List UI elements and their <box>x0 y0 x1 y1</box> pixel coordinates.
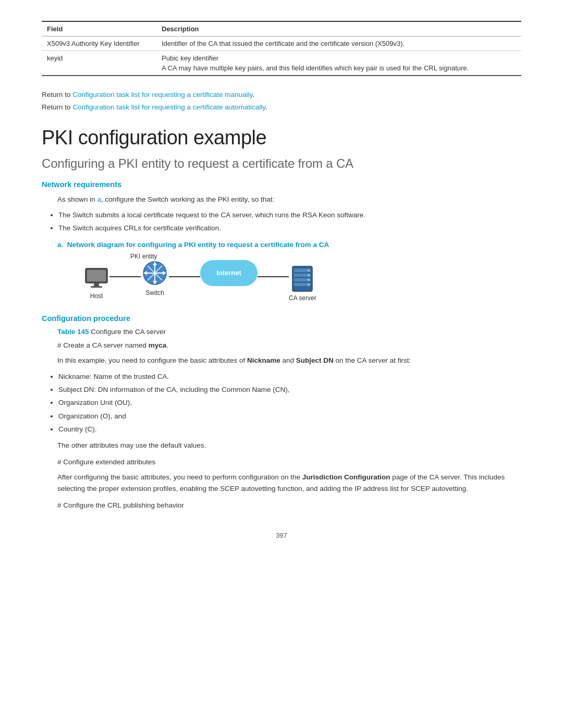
host-icon <box>83 267 109 290</box>
network-requirements-heading: Network requirements <box>42 180 521 189</box>
field-keyid: keyid <box>42 51 156 76</box>
table-col2-header: Description <box>156 21 521 36</box>
switch-icon <box>141 259 169 287</box>
table-row-1: X509v3 Authority Key Identifier Identifi… <box>42 36 521 51</box>
config-procedure-heading: Configuration procedure <box>42 314 521 323</box>
step2-line: # Configure extended attributes <box>57 456 521 468</box>
diagram-heading-text: Network diagram for configuring a PKI en… <box>67 241 329 249</box>
after-basic-text: After configuring the basic attributes, … <box>57 473 302 481</box>
field-x509: X509v3 Authority Key Identifier <box>42 36 156 51</box>
default-values: The other attributes may use the default… <box>57 440 521 451</box>
svg-rect-1 <box>87 270 106 281</box>
return-links: Return to Configuration task list for re… <box>42 89 521 114</box>
svg-point-20 <box>308 279 310 281</box>
step1-bold: myca <box>149 341 167 349</box>
table145-prefix: Table 145 <box>57 328 89 336</box>
and-text: and <box>280 356 296 364</box>
svg-point-18 <box>308 269 310 272</box>
bold-jurisdiction: Jurisdiction Configuration <box>302 473 390 481</box>
step3-line: # Configure the CRL publishing behavior <box>57 500 521 511</box>
bullet-1: The Switch submits a local certificate r… <box>58 210 521 220</box>
return-link-2: Return to Configuration task list for re… <box>42 101 521 114</box>
return-link-1-prefix: Return to <box>42 91 72 98</box>
desc-keyid: Pubic key identifier A CA may have multi… <box>156 51 521 76</box>
connector-3 <box>258 276 289 277</box>
return-link-2-prefix: Return to <box>42 103 72 111</box>
config-bullet-2: Subject DN: DN information of the CA, in… <box>58 385 521 395</box>
bold-nickname: Nickname <box>247 356 280 364</box>
bold-subject-dn: Subject DN <box>296 356 334 364</box>
table-col1-header: Field <box>42 21 156 36</box>
connector-2 <box>169 276 200 277</box>
network-diagram-container: PKI entity Host <box>73 253 521 302</box>
intro-rest: , configure the Switch working as the PK… <box>101 195 274 203</box>
pki-entity-label-row: PKI entity <box>125 253 521 260</box>
rest-paragraph: on the CA server at first: <box>334 356 411 364</box>
return-link-1: Return to Configuration task list for re… <box>42 89 521 101</box>
config-bullet-5: Country (C). <box>58 424 521 435</box>
svg-rect-2 <box>94 283 99 286</box>
field-table: Field Description X509v3 Authority Key I… <box>42 21 521 76</box>
network-requirements-section: Network requirements As shown in a, conf… <box>42 180 521 302</box>
ca-server-label: CA server <box>289 294 316 302</box>
config-bullet-3: Organization Unit (OU), <box>58 398 521 408</box>
return-link-2-suffix: . <box>265 103 267 111</box>
diagram-switch: Switch <box>141 259 169 297</box>
page-number: 397 <box>42 532 521 539</box>
ca-server-icon <box>290 265 314 292</box>
table145-label: Table 145 <box>57 328 89 336</box>
network-intro: As shown in a, configure the Switch work… <box>57 194 521 205</box>
step1-rest: . <box>166 341 168 349</box>
config-bullet-1: Nickname: Name of the trusted CA. <box>58 372 521 382</box>
after-basic-paragraph: After configuring the basic attributes, … <box>57 472 521 494</box>
host-label: Host <box>90 292 103 300</box>
svg-rect-3 <box>91 286 102 288</box>
table145-heading: Table 145 Configure the CA server <box>57 328 521 336</box>
desc-x509: Identifier of the CA that issued the cer… <box>156 36 521 51</box>
bullet-2: The Switch acquires CRLs for certificate… <box>58 223 521 233</box>
sub-title: Configuring a PKI entity to request a ce… <box>42 156 521 171</box>
internet-icon: Internet <box>200 260 258 286</box>
config-bullet-list: Nickname: Name of the trusted CA. Subjec… <box>58 372 521 435</box>
sub-label-a: a. Network diagram for configuring a PKI… <box>57 241 329 249</box>
desc-keyid-line1: Pubic key identifier <box>162 54 516 62</box>
diagram-internet: Internet . <box>200 260 258 295</box>
return-link-1-suffix: . <box>252 91 254 98</box>
return-link-2-anchor[interactable]: Configuration task list for requesting a… <box>72 103 265 111</box>
connector-1 <box>109 276 141 277</box>
switch-label: Switch <box>145 289 164 297</box>
intro-para-text: In this example, you need to configure t… <box>57 356 247 364</box>
step1-line: # Create a CA server named myca. <box>57 340 521 351</box>
table145-suffix: Configure the CA server <box>89 328 166 336</box>
config-procedure-section: Configuration procedure Table 145 Config… <box>42 314 521 511</box>
table-row-2: keyid Pubic key identifier A CA may have… <box>42 51 521 76</box>
step1-prefix: # Create a CA server named <box>57 341 149 349</box>
diagram-ca-server: CA server <box>289 265 316 302</box>
page-title: PKI configuration example <box>42 127 521 149</box>
diagram-sublabel: a. Network diagram for configuring a PKI… <box>57 240 521 249</box>
return-link-1-anchor[interactable]: Configuration task list for requesting a… <box>72 91 252 98</box>
svg-point-19 <box>308 274 310 276</box>
intro-paragraph: In this example, you need to configure t… <box>57 355 521 366</box>
network-bullet-list: The Switch submits a local certificate r… <box>58 210 521 234</box>
intro-link-a[interactable]: a <box>97 195 102 203</box>
svg-point-21 <box>308 283 310 286</box>
internet-label: Internet <box>216 269 241 277</box>
diagram-host: Host <box>83 267 109 300</box>
intro-text: As shown in <box>57 195 97 203</box>
network-diagram: Host <box>83 265 521 302</box>
config-bullet-4: Organization (O), and <box>58 411 521 422</box>
desc-keyid-line2: A CA may have multiple key pairs, and th… <box>162 64 516 72</box>
